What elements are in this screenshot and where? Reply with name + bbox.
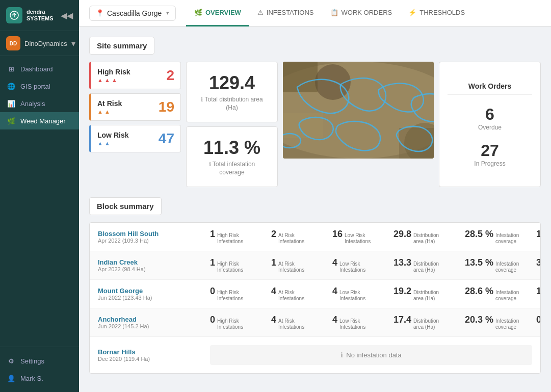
indian-at-risk-label: At Risk Infestations <box>278 261 306 273</box>
tab-infestations-label: INFESTATIONS <box>267 9 314 16</box>
block-meta-blossom: Apr 2022 (109.3 Ha) <box>98 238 210 244</box>
high-risk-card[interactable]: High Risk ▲ ▲ ▲ 2 <box>89 62 181 89</box>
distribution-label: ℹ Total distribution area (Ha) <box>197 96 267 112</box>
blossom-wo-count: 1 <box>536 229 541 240</box>
block-meta-anchorhead: Jun 2022 (145.2 Ha) <box>98 323 210 329</box>
blossom-inf-pct-label: Infestation coverage <box>495 232 523 245</box>
user-name: DinoDynamics <box>24 40 67 47</box>
analysis-icon: 📊 <box>7 99 15 108</box>
mount-high-risk: 0 High Risk Infestations <box>210 286 271 302</box>
overview-tab-icon: 🌿 <box>194 9 202 16</box>
anchor-wo: 0 Overdue Work orders <box>536 315 541 330</box>
anchor-inf-pct: 20.3 % Infestation coverage <box>465 315 536 330</box>
high-risk-label: High Risk <box>97 68 130 76</box>
indian-inf-pct-value: 13.5 % <box>465 257 493 268</box>
info-circle-icon: ℹ <box>340 351 343 359</box>
block-name-indian[interactable]: Indian Creek <box>98 258 210 266</box>
block-name-bornar[interactable]: Bornar Hills <box>98 348 210 356</box>
blossom-dist-label: Distribution area (Ha) <box>413 232 441 245</box>
sidebar-item-mark[interactable]: 👤 Mark S. <box>0 370 79 387</box>
mount-wo: 1 Overdue Work orders <box>536 286 541 302</box>
weed-manager-icon: 🌿 <box>7 117 15 125</box>
location-selector[interactable]: 📍 Cascadilla Gorge ▾ <box>89 6 176 21</box>
user-section[interactable]: DD DinoDynamics ▾ <box>0 31 79 56</box>
indian-wo: 3 Overdue Work orders <box>536 257 541 273</box>
mount-low-risk-label: Low Risk Infestations <box>339 290 368 302</box>
mount-dist: 19.2 Distribution area (Ha) <box>393 286 465 302</box>
blossom-high-risk: 1 High Risk Infestations <box>210 229 271 245</box>
no-data-text: ℹ No infestation data <box>340 351 401 359</box>
anchor-low-risk-label: Low Risk Infestations <box>339 318 368 330</box>
blossom-dist: 29.8 Distribution area (Ha) <box>393 229 465 245</box>
collapse-button[interactable]: ◀◀ <box>61 11 73 20</box>
user-icon: 👤 <box>7 374 15 382</box>
indian-at-risk: 1 At Risk Infestations <box>271 257 332 273</box>
table-row[interactable]: Blossom Hill South Apr 2022 (109.3 Ha) 1… <box>90 223 540 251</box>
tab-thresholds[interactable]: ⚡ THRESHOLDS <box>400 0 473 27</box>
tab-work-orders-label: WORK ORDERS <box>342 9 392 16</box>
sidebar-item-dashboard[interactable]: ⊞ Dashboard <box>0 60 79 77</box>
sidebar-nav: ⊞ Dashboard 🌐 GIS portal 📊 Analysis 🌿 We… <box>0 56 79 347</box>
work-orders-title: Work Orders <box>448 82 532 95</box>
anchor-high-risk-label: High Risk Infestations <box>217 318 245 330</box>
block-name-anchorhead[interactable]: Anchorhead <box>98 316 210 323</box>
indian-inf-pct: 13.5 % Infestation coverage <box>465 257 536 273</box>
table-row[interactable]: Indian Creek Apr 2022 (98.4 Ha) 1 High R… <box>90 251 540 280</box>
infestation-value: 11.3 % <box>197 137 267 159</box>
anchor-dist-label: Distribution area (Ha) <box>413 318 441 330</box>
infestation-label: ℹ Total infestation coverage <box>197 161 267 176</box>
anchor-at-risk: 4 At Risk Infestations <box>271 315 332 330</box>
sidebar-footer: ⚙ Settings 👤 Mark S. <box>0 347 79 392</box>
topnav: 📍 Cascadilla Gorge ▾ 🌿 OVERVIEW ⚠ INFEST… <box>79 0 551 27</box>
location-name: Cascadilla Gorge <box>107 9 163 17</box>
block-meta-indian: Apr 2022 (98.4 Ha) <box>98 266 210 272</box>
anchor-high-risk-count: 0 <box>210 315 215 325</box>
tab-overview[interactable]: 🌿 OVERVIEW <box>186 0 249 27</box>
mount-inf-pct-label: Infestation coverage <box>495 290 523 302</box>
site-summary-header: Site summary <box>89 37 154 55</box>
at-risk-card[interactable]: At Risk ▲ ▲ 19 <box>89 93 181 121</box>
high-risk-count: 2 <box>166 67 174 84</box>
at-risk-label: At Risk <box>97 99 122 108</box>
at-risk-count: 19 <box>159 99 174 115</box>
table-row[interactable]: Anchorhead Jun 2022 (145.2 Ha) 0 High Ri… <box>90 308 540 337</box>
table-row[interactable]: Mount George Jun 2022 (123.43 Ha) 0 High… <box>90 280 540 308</box>
overdue-label: Overdue <box>448 124 532 131</box>
sidebar-item-analysis[interactable]: 📊 Analysis <box>0 95 79 112</box>
tab-work-orders[interactable]: 📋 WORK ORDERS <box>322 0 401 27</box>
table-row[interactable]: Bornar Hills Dec 2020 (119.4 Ha) ℹ No in… <box>90 337 540 373</box>
location-pin-icon: 📍 <box>96 9 104 17</box>
app-name: dendra SYSTEMS <box>27 9 54 22</box>
low-risk-card[interactable]: Low Risk ▲ ▲ 47 <box>89 125 181 152</box>
block-name-blossom[interactable]: Blossom Hill South <box>98 230 210 238</box>
blossom-inf-pct: 28.5 % Infestation coverage <box>465 229 536 245</box>
low-risk-label: Low Risk <box>97 131 128 139</box>
mount-at-risk-count: 4 <box>271 286 276 297</box>
user-expand-icon[interactable]: ▾ <box>71 39 75 48</box>
site-map[interactable] <box>283 62 434 159</box>
stats-column: 129.4 ℹ Total distribution area (Ha) 11.… <box>186 62 278 187</box>
indian-high-risk: 1 High Risk Infestations <box>210 257 271 273</box>
sidebar: dendra SYSTEMS ◀◀ DD DinoDynamics ▾ ⊞ Da… <box>0 0 79 392</box>
dashboard-icon: ⊞ <box>7 65 15 73</box>
work-orders-tab-icon: 📋 <box>330 9 338 16</box>
indian-dist: 13.3 Distribution area (Ha) <box>393 257 465 273</box>
sidebar-item-weed-manager[interactable]: 🌿 Weed Manager <box>0 112 79 129</box>
overdue-work-orders: 6 Overdue <box>448 105 532 131</box>
sidebar-item-label: Weed Manager <box>20 117 66 125</box>
tab-thresholds-label: THRESHOLDS <box>419 9 465 16</box>
blossom-inf-pct-value: 28.5 % <box>465 229 493 240</box>
blossom-at-risk-label: At Risk Infestations <box>278 232 306 245</box>
blossom-at-risk: 2 At Risk Infestations <box>271 229 332 245</box>
block-name-mount[interactable]: Mount George <box>98 287 210 295</box>
sidebar-item-settings[interactable]: ⚙ Settings <box>0 352 79 370</box>
blossom-low-risk-label: Low Risk Infestations <box>345 232 373 245</box>
block-summary-header: Block summary <box>89 197 162 215</box>
tab-infestations[interactable]: ⚠ INFESTATIONS <box>249 0 322 27</box>
distribution-stat-card: 129.4 ℹ Total distribution area (Ha) <box>186 62 278 122</box>
sidebar-item-gis[interactable]: 🌐 GIS portal <box>0 77 79 95</box>
thresholds-tab-icon: ⚡ <box>408 9 416 16</box>
work-orders-card: Work Orders 6 Overdue 27 In Progress <box>439 62 541 187</box>
mount-low-risk: 4 Low Risk Infestations <box>332 286 393 302</box>
indian-low-risk-count: 4 <box>332 257 337 268</box>
